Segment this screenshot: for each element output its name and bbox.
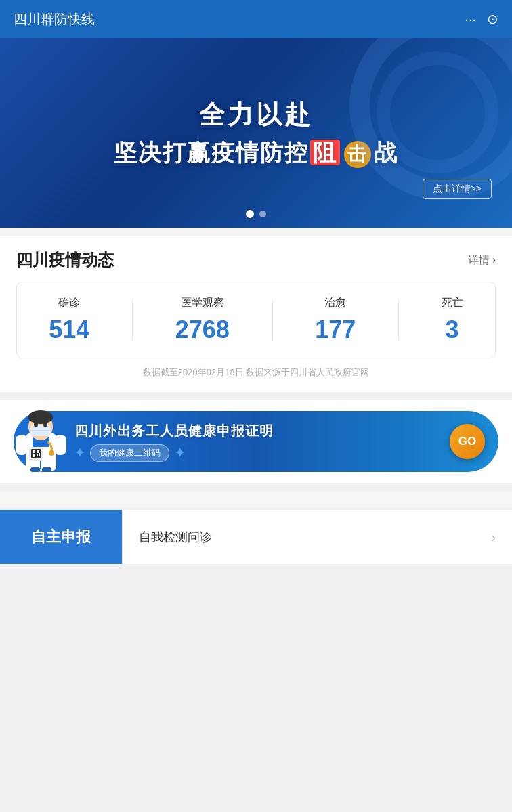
bg-circle-2	[377, 51, 498, 173]
svg-rect-12	[37, 450, 39, 453]
plus-icon-right: ✦	[175, 446, 185, 461]
dot-1[interactable]	[246, 210, 254, 218]
self-detect-label: 自我检测问诊	[139, 529, 212, 545]
banner-dots	[246, 210, 266, 218]
spacer-2	[0, 491, 512, 499]
chevron-right-icon: ›	[492, 254, 496, 266]
svg-point-7	[43, 423, 47, 427]
stat-recovered-value: 177	[315, 316, 356, 344]
stat-death-value: 3	[442, 316, 463, 344]
stat-recovered: 治愈 177	[315, 296, 356, 344]
doctor-figure	[7, 404, 74, 472]
svg-point-18	[49, 450, 54, 456]
svg-point-6	[34, 423, 38, 427]
header-icons: ··· ⊙	[465, 11, 498, 27]
scan-icon[interactable]: ⊙	[487, 11, 498, 27]
stat-divider-3	[398, 300, 399, 341]
stats-section: 四川疫情动态 详情 › 确诊 514 医学观察 2768 治愈 177 死亡 3…	[0, 236, 512, 392]
banner-detail-button[interactable]: 点击详情>>	[423, 179, 492, 199]
header: 四川群防快线 ··· ⊙	[0, 0, 512, 38]
stats-footnote: 数据截至2020年02月18日 数据来源于四川省人民政府官网	[16, 366, 496, 379]
svg-rect-19	[30, 467, 40, 472]
dot-2[interactable]	[259, 211, 266, 217]
plus-icon-left: ✦	[74, 446, 85, 461]
banner-text-2: 坚决打赢疫情防控阻击战	[114, 137, 398, 169]
app-title: 四川群防快线	[14, 10, 95, 28]
svg-rect-13	[33, 454, 35, 457]
banner-text-prefix: 坚决打赢疫情防控	[114, 140, 309, 165]
svg-point-3	[28, 410, 53, 424]
stat-recovered-label: 治愈	[315, 296, 356, 310]
svg-rect-16	[16, 435, 28, 455]
stat-confirmed-value: 514	[49, 316, 89, 344]
bottom-section: 自主申报 自我检测问诊 ›	[0, 510, 512, 564]
hero-banner: 全力以赴 坚决打赢疫情防控阻击战 点击详情>>	[0, 38, 512, 228]
svg-rect-20	[42, 467, 51, 472]
spacer-3	[0, 499, 512, 507]
health-go-button[interactable]: GO	[450, 424, 485, 459]
self-report-button[interactable]: 自主申报	[0, 510, 122, 564]
spacer-1	[0, 228, 512, 236]
stat-death-label: 死亡	[442, 296, 463, 310]
health-banner-section: 四川外出务工人员健康申报证明 ✦ 我的健康二维码 ✦ GO	[0, 400, 512, 483]
svg-rect-17	[54, 435, 66, 455]
svg-rect-14	[37, 454, 38, 456]
stat-confirmed: 确诊 514	[49, 296, 89, 344]
stat-medical-obs-value: 2768	[175, 316, 230, 344]
health-banner-inner[interactable]: 四川外出务工人员健康申报证明 ✦ 我的健康二维码 ✦ GO	[14, 411, 498, 472]
health-banner-title: 四川外出务工人员健康申报证明	[74, 422, 274, 440]
health-qr-label[interactable]: 我的健康二维码	[90, 444, 169, 462]
stat-confirmed-label: 确诊	[49, 296, 89, 310]
more-icon[interactable]: ···	[465, 12, 476, 27]
stat-medical-obs: 医学观察 2768	[175, 296, 230, 344]
svg-rect-11	[33, 450, 35, 453]
svg-rect-15	[39, 453, 40, 456]
health-sub: ✦ 我的健康二维码 ✦	[74, 444, 185, 462]
banner-highlight: 阻	[310, 140, 340, 165]
stat-medical-obs-label: 医学观察	[175, 296, 230, 310]
stat-divider-1	[132, 300, 133, 341]
stat-divider-2	[272, 300, 273, 341]
self-detect-item[interactable]: 自我检测问诊 ›	[122, 510, 512, 564]
chevron-right-icon: ›	[491, 530, 496, 545]
stats-title: 四川疫情动态	[16, 249, 114, 271]
banner-text-1: 全力以赴	[199, 98, 313, 132]
stat-death: 死亡 3	[442, 296, 463, 344]
stats-card: 确诊 514 医学观察 2768 治愈 177 死亡 3	[16, 282, 496, 358]
doctor-svg	[12, 408, 70, 472]
stats-header: 四川疫情动态 详情 ›	[16, 249, 496, 271]
health-content: 四川外出务工人员健康申报证明 ✦ 我的健康二维码 ✦	[74, 422, 450, 462]
stats-detail-link[interactable]: 详情 ›	[468, 253, 496, 268]
